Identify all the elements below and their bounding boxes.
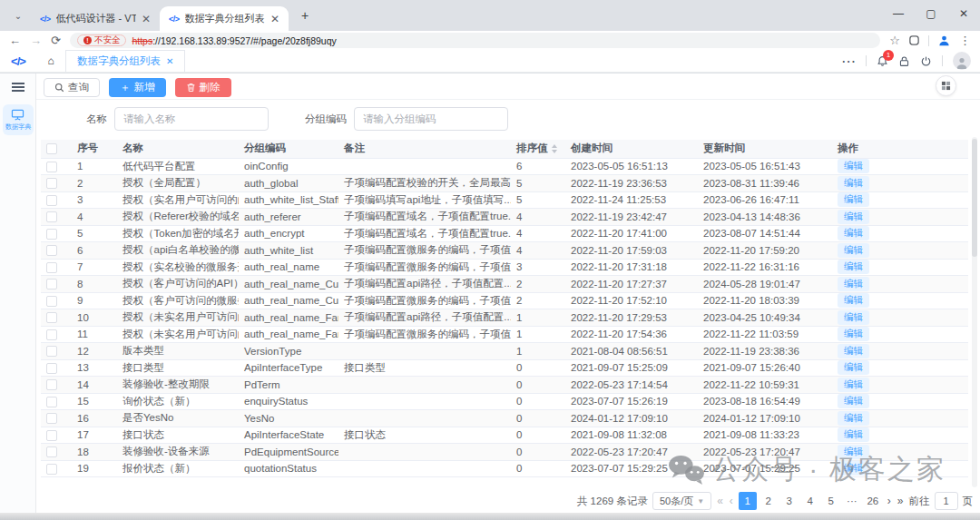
page-size-select[interactable]: 50条/页 ▼ xyxy=(652,492,711,510)
table-row[interactable]: 2 授权（全局配置） auth_global 子项编码配置校验的开关，全局最高.… xyxy=(41,175,968,192)
browser-tab-1[interactable]: </> 低代码设计器 - VTJ.PRO ✕ xyxy=(31,6,160,31)
pager-ellipsis[interactable]: ··· xyxy=(843,492,861,510)
row-checkbox[interactable] xyxy=(46,296,57,307)
tab-close-icon[interactable]: ✕ xyxy=(270,13,279,25)
table-row[interactable]: 1 低代码平台配置 oinConfig 6 2023-05-05 16:51:1… xyxy=(41,158,968,175)
pager-page-2[interactable]: 2 xyxy=(760,492,778,510)
row-checkbox[interactable] xyxy=(46,446,57,457)
table-scrollbar-thumb[interactable] xyxy=(972,139,977,257)
delete-button[interactable]: 删除 xyxy=(175,78,231,97)
edit-button[interactable]: 编辑 xyxy=(838,378,869,392)
edit-button[interactable]: 编辑 xyxy=(838,192,869,207)
table-row[interactable]: 8 授权（客户可访问的API） auth_real_name_Customer … xyxy=(41,276,968,293)
close-button[interactable]: ✕ xyxy=(947,0,980,27)
security-chip[interactable]: ! 不安全 xyxy=(77,34,127,46)
edit-button[interactable]: 编辑 xyxy=(838,176,869,191)
edit-button[interactable]: 编辑 xyxy=(838,277,869,291)
edit-button[interactable]: 编辑 xyxy=(838,445,869,459)
edit-button[interactable]: 编辑 xyxy=(838,243,869,258)
row-checkbox[interactable] xyxy=(46,178,57,189)
table-row[interactable]: 15 询价状态（新） enquiryStatus 0 2023-07-07 15… xyxy=(41,393,968,410)
table-row[interactable]: 6 授权（api白名单校验的微服务开关） auth_white_list 子项编… xyxy=(41,242,968,260)
edit-button[interactable]: 编辑 xyxy=(838,394,869,408)
tab-search-button[interactable]: ⌄ xyxy=(9,6,27,25)
row-checkbox[interactable] xyxy=(46,245,57,256)
table-row[interactable]: 19 报价状态（新） quotationStatus 0 2023-07-07 … xyxy=(41,460,968,477)
table-row[interactable]: 18 装修验收-设备来源 PdEquipmentSource 0 2022-05… xyxy=(41,444,968,461)
page-tab-close-icon[interactable]: ✕ xyxy=(166,56,173,66)
row-checkbox[interactable] xyxy=(46,211,57,222)
row-checkbox[interactable] xyxy=(46,279,57,289)
row-checkbox[interactable] xyxy=(46,397,57,407)
edit-button[interactable]: 编辑 xyxy=(838,360,869,375)
maximize-button[interactable]: ▢ xyxy=(915,0,947,27)
table-row[interactable]: 5 授权（Token加密的域名开关） auth_encrypt 子项编码配置域名… xyxy=(41,225,968,242)
row-checkbox[interactable] xyxy=(46,229,57,240)
url-bar[interactable]: ! 不安全 https://192.168.133.89:9527/#/page… xyxy=(70,33,880,48)
profile-avatar-icon[interactable] xyxy=(937,34,951,47)
row-checkbox[interactable] xyxy=(46,346,57,357)
collapse-menu-icon[interactable] xyxy=(12,81,24,93)
minimize-button[interactable]: — xyxy=(882,0,915,27)
table-row[interactable]: 9 授权（客户可访问的微服务） auth_real_name_Customer_… xyxy=(41,292,968,309)
row-checkbox[interactable] xyxy=(46,413,57,424)
table-row[interactable]: 11 授权（未实名用户可访问的微服务） auth_real_name_Fans_… xyxy=(41,326,968,343)
edit-button[interactable]: 编辑 xyxy=(838,310,869,325)
name-filter-input[interactable] xyxy=(114,107,269,131)
table-row[interactable]: 4 授权（Referer校验的域名开关） auth_referer 子项编码配置… xyxy=(41,209,968,226)
power-icon[interactable] xyxy=(920,55,932,67)
edit-button[interactable]: 编辑 xyxy=(838,159,869,173)
row-checkbox[interactable] xyxy=(46,363,57,374)
pager-page-4[interactable]: 4 xyxy=(801,492,819,510)
forward-icon[interactable]: → xyxy=(30,34,42,46)
more-actions-icon[interactable]: ⋯ xyxy=(841,53,856,70)
row-checkbox[interactable] xyxy=(46,464,57,475)
tab-close-icon[interactable]: ✕ xyxy=(142,13,151,25)
prev-page-button[interactable]: ‹ xyxy=(729,495,734,507)
edit-button[interactable]: 编辑 xyxy=(838,344,869,358)
table-row[interactable]: 10 授权（未实名用户可访问的API） auth_real_name_Fans … xyxy=(41,309,968,327)
pager-page-26[interactable]: 26 xyxy=(864,492,882,510)
layout-settings-button[interactable] xyxy=(936,75,956,96)
bookmark-star-icon[interactable]: ☆ xyxy=(889,34,900,46)
row-checkbox[interactable] xyxy=(46,430,57,441)
row-checkbox[interactable] xyxy=(46,162,57,172)
row-checkbox[interactable] xyxy=(46,262,57,273)
query-button[interactable]: 查询 xyxy=(44,78,100,97)
goto-page-input[interactable] xyxy=(935,492,958,510)
home-tab[interactable]: ⌂ xyxy=(36,50,65,72)
pager-page-3[interactable]: 3 xyxy=(780,492,799,510)
code-filter-input[interactable] xyxy=(354,107,508,131)
edit-button[interactable]: 编辑 xyxy=(838,327,869,341)
extensions-icon[interactable] xyxy=(908,34,920,46)
table-row[interactable]: 13 接口类型 ApiInterfaceType 接口类型 0 2021-09-… xyxy=(41,359,968,377)
row-checkbox[interactable] xyxy=(46,379,57,390)
row-checkbox[interactable] xyxy=(46,329,57,340)
table-row[interactable]: 16 是否YesNo YesNo 0 2024-01-12 17:09:10 2… xyxy=(41,410,968,427)
edit-button[interactable]: 编辑 xyxy=(838,226,869,240)
notification-bell-icon[interactable]: 1 xyxy=(877,55,888,67)
browser-tab-2[interactable]: </> 数据字典分组列表 ✕ xyxy=(160,6,289,31)
user-avatar[interactable] xyxy=(953,52,971,70)
table-row[interactable]: 14 装修验收-整改期限 PdTerm 0 2022-05-23 17:14:5… xyxy=(41,377,968,394)
sidebar-item-data-dictionary[interactable]: 数据字典 xyxy=(3,104,34,135)
select-all-checkbox[interactable] xyxy=(46,143,57,154)
pager-page-5[interactable]: 5 xyxy=(822,492,840,510)
row-checkbox[interactable] xyxy=(46,312,57,323)
edit-button[interactable]: 编辑 xyxy=(838,210,869,224)
table-row[interactable]: 3 授权（实名用户可访问的白名单） auth_white_list_Staff … xyxy=(41,191,968,209)
edit-button[interactable]: 编辑 xyxy=(838,293,869,308)
table-row[interactable]: 7 授权（实名校验的微服务开关） auth_real_name 子项编码配置微服… xyxy=(41,259,968,276)
lock-icon[interactable] xyxy=(898,55,910,67)
browser-menu-icon[interactable]: ⋮ xyxy=(959,34,971,46)
page-tab-active[interactable]: 数据字典分组列表 ✕ xyxy=(65,50,185,72)
next-page-button[interactable]: › xyxy=(887,495,892,507)
last-page-button[interactable]: » xyxy=(897,495,905,507)
edit-button[interactable]: 编辑 xyxy=(838,427,869,442)
pager-page-1[interactable]: 1 xyxy=(739,492,757,510)
back-icon[interactable]: ← xyxy=(9,34,21,46)
table-row[interactable]: 17 接口状态 ApiInterfaceState 接口状态 0 2021-09… xyxy=(41,427,968,444)
reload-icon[interactable]: ⟳ xyxy=(51,34,61,46)
row-checkbox[interactable] xyxy=(46,195,57,206)
edit-button[interactable]: 编辑 xyxy=(838,260,869,274)
